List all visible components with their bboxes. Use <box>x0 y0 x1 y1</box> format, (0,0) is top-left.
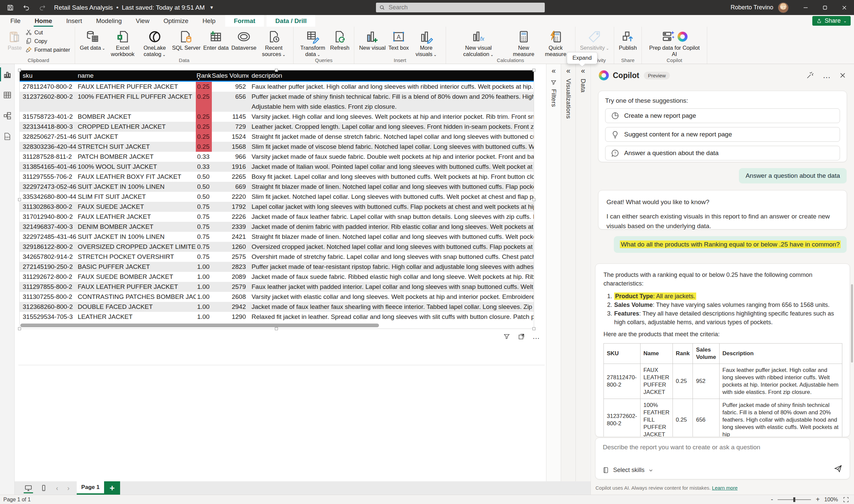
ribbon-button[interactable]: New visual <box>358 28 387 59</box>
table-row[interactable]: 311292672-800-2 FAUX SUEDE BOMBER JACKET… <box>20 272 534 282</box>
resize-handle[interactable] <box>532 69 535 72</box>
model-view-button[interactable] <box>0 105 15 126</box>
table-row[interactable]: 312368260-800-2 DOUBLE FACED JACKET 1.00… <box>20 302 534 312</box>
ribbon-button[interactable]: Refresh <box>329 28 351 59</box>
close-icon[interactable] <box>839 72 846 79</box>
table-row[interactable]: 315529534-705-3 LEATHER JACKET 1.00 1290… <box>20 312 534 322</box>
next-page-icon[interactable]: › <box>63 481 74 495</box>
maximize-button[interactable] <box>815 0 835 15</box>
resize-handle[interactable] <box>532 198 535 201</box>
report-canvas[interactable]: sku name Rank▲ Sales Volume description … <box>15 64 546 481</box>
table-row[interactable]: 322972473-052-46 SUIT JACKET IN 100% LIN… <box>20 182 534 192</box>
table-row[interactable]: 317012940-800-2 FAUX LEATHER JACKET 0.75… <box>20 212 534 222</box>
table-row[interactable]: 329186122-800-2 OVERSIZED CROPPED JACKET… <box>20 242 534 252</box>
column-header-description[interactable]: description <box>249 70 534 81</box>
tab-optimize[interactable]: Optimize <box>157 15 196 27</box>
column-header-rank[interactable]: Rank▲ <box>196 70 212 81</box>
column-header-sku[interactable]: sku <box>20 70 76 81</box>
expand-data-icon[interactable]: « <box>581 67 585 75</box>
suggestion-button[interactable]: ? Answer a question about the data <box>605 146 840 160</box>
table-view-button[interactable] <box>0 85 15 105</box>
focus-mode-icon[interactable] <box>518 333 525 340</box>
table-row[interactable]: 272145190-250-2 BASIC PUFFER JACKET 1.00… <box>20 262 534 272</box>
send-icon[interactable] <box>834 464 842 473</box>
fit-to-page-icon[interactable] <box>843 496 849 503</box>
page-tab[interactable]: Page 1 <box>77 481 104 495</box>
tab-home[interactable]: Home <box>28 15 59 27</box>
previous-page-icon[interactable]: ‹ <box>51 481 63 495</box>
resize-handle[interactable] <box>18 198 21 201</box>
ribbon-button[interactable]: More visuals⌄ <box>410 28 442 59</box>
ribbon-button[interactable]: New measure <box>508 28 540 59</box>
tab-file[interactable]: File <box>3 15 28 27</box>
table-row[interactable]: 315758723-401-2 BOMBER JACKET 0.25 1145 … <box>20 112 534 122</box>
column-header-name[interactable]: name <box>76 70 196 81</box>
close-button[interactable] <box>835 0 854 15</box>
ribbon-button[interactable]: Publish <box>617 28 638 52</box>
copy-button[interactable]: Copy <box>24 37 71 45</box>
table-row[interactable]: 311287528-811-2 PATCH BOMBER JACKET 0.33… <box>20 152 534 162</box>
format-painter-button[interactable]: Format painter <box>24 46 71 53</box>
tab-data-drill[interactable]: Data / Drill <box>267 15 315 27</box>
clear-chat-icon[interactable] <box>806 71 814 79</box>
table-row[interactable]: 335342680-800-44 SLIM FIT SUIT JACKET 0.… <box>20 192 534 202</box>
table-row[interactable]: 311297555-706-2 FAUX LEATHER BOXY FIT JA… <box>20 172 534 182</box>
copilot-prompt-input[interactable] <box>602 443 829 451</box>
ribbon-button[interactable]: Transform data⌄ <box>297 28 329 59</box>
tab-help[interactable]: Help <box>196 15 222 27</box>
redo-icon[interactable] <box>37 2 48 13</box>
filters-pane-collapsed[interactable]: « Filters <box>546 64 561 481</box>
dax-query-view-button[interactable]: DAX <box>0 126 15 147</box>
tab-insert[interactable]: Insert <box>59 15 89 27</box>
ribbon-button[interactable]: fx New visual calculation⌄ <box>449 28 508 59</box>
add-page-button[interactable]: + <box>104 481 120 495</box>
cut-button[interactable]: Cut <box>24 29 71 36</box>
ribbon-button[interactable]: Prep data for Copilot AI <box>645 28 704 58</box>
suggestion-button[interactable]: Suggest content for a new report page <box>605 127 840 142</box>
resize-handle[interactable] <box>18 327 21 330</box>
ribbon-button[interactable]: Dataverse <box>230 28 257 59</box>
paste-button[interactable]: Paste <box>5 28 24 51</box>
column-header-sales-volume[interactable]: Sales Volume <box>212 70 249 81</box>
table-row[interactable]: 313854165-401-46 100% WOOL SUIT JACKET 0… <box>20 162 534 172</box>
table-row[interactable]: 311302863-800-2 FAUX SUEDE JACKET 0.75 1… <box>20 202 534 212</box>
table-row[interactable]: 322972485-431-46 SUIT JACKET IN 100% LIN… <box>20 232 534 242</box>
tab-modeling[interactable]: Modeling <box>89 15 129 27</box>
table-row[interactable]: 278112470-800-2 FAUX LEATHER PUFFER JACK… <box>20 82 534 92</box>
data-pane-collapsed[interactable]: « Data <box>576 64 590 481</box>
table-row[interactable]: 342657802-914-2 STRETCH POCKET OVERSHIRT… <box>20 252 534 262</box>
visualizations-pane-collapsed[interactable]: « Visualizations <box>561 64 576 481</box>
desktop-view-button[interactable] <box>21 481 36 495</box>
table-row[interactable]: 311307255-800-2 CONTRASTING PATCHES BOMB… <box>20 292 534 302</box>
zoom-out-button[interactable]: - <box>771 496 773 503</box>
learn-more-link[interactable]: Learn more <box>712 485 738 491</box>
ribbon-button[interactable]: Sensitivity⌄ <box>579 28 611 52</box>
table-row[interactable]: 311297855-800-2 FAUX LEATHER PUFFER JACK… <box>20 282 534 292</box>
share-button[interactable]: Share ⌄ <box>812 16 851 26</box>
ribbon-button[interactable]: Get data⌄ <box>78 28 106 59</box>
resize-handle[interactable] <box>532 327 535 330</box>
expand-filters-icon[interactable]: « <box>551 67 556 75</box>
mobile-view-button[interactable] <box>36 481 51 495</box>
ribbon-button[interactable]: A Text box <box>387 28 410 59</box>
resize-handle[interactable] <box>275 327 278 330</box>
filter-icon[interactable] <box>503 333 510 340</box>
table-row[interactable]: 321496837-400-3 DENIM BOMBER JACKET 0.75… <box>20 222 534 232</box>
global-search[interactable] <box>376 3 545 12</box>
suggestion-button[interactable]: Create a new report page <box>605 108 840 123</box>
ribbon-button[interactable]: Excel workbook <box>107 28 139 59</box>
minimize-button[interactable] <box>796 0 815 15</box>
table-row[interactable]: 312372602-800-2 100% FEATHER FILL PUFFER… <box>20 92 534 112</box>
search-input[interactable] <box>388 4 528 11</box>
table-row[interactable]: 328250627-251-46 SUIT JACKET 0.25 1524 S… <box>20 132 534 142</box>
zoom-slider[interactable] <box>778 499 811 500</box>
report-view-button[interactable] <box>0 64 15 85</box>
document-title[interactable]: Retail Sales Analysis • Last saved: Toda… <box>54 4 214 11</box>
table-visual[interactable]: sku name Rank▲ Sales Volume description … <box>19 70 534 329</box>
undo-icon[interactable] <box>21 2 32 13</box>
save-icon[interactable] <box>5 2 16 13</box>
ribbon-button[interactable]: Recent sources⌄ <box>258 28 290 59</box>
horizontal-scrollbar[interactable] <box>20 324 533 327</box>
ribbon-button[interactable]: OneLake catalog⌄ <box>139 28 171 59</box>
resize-handle[interactable] <box>18 69 21 72</box>
